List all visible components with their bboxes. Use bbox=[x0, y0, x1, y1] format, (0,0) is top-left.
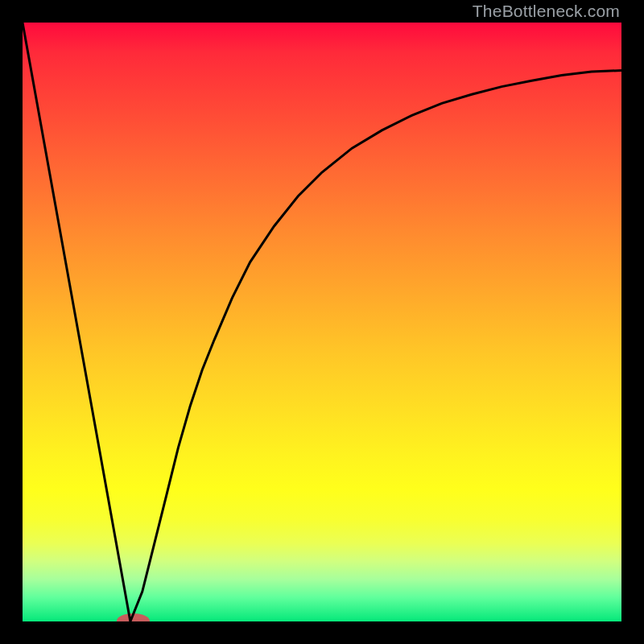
watermark-text: TheBottleneck.com bbox=[473, 2, 620, 21]
plot-area bbox=[23, 23, 621, 621]
chart-frame: TheBottleneck.com bbox=[0, 0, 644, 644]
curve-path bbox=[23, 23, 621, 621]
bottleneck-curve bbox=[23, 23, 621, 621]
